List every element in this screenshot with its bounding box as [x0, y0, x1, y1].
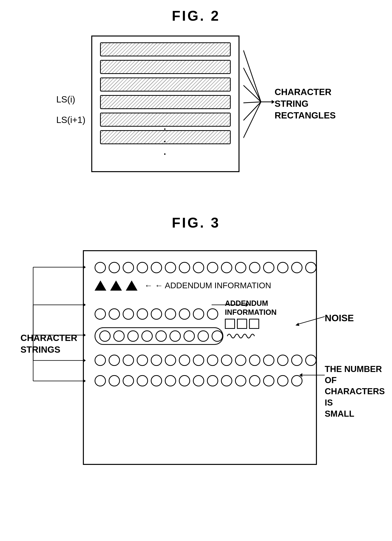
- circle: [151, 308, 162, 320]
- svg-line-1: [243, 68, 261, 102]
- svg-marker-7: [272, 100, 275, 104]
- fig2-right-area: CHARACTER STRING RECTANGLES: [243, 36, 336, 172]
- fig3-row1: [95, 262, 316, 273]
- circle: [263, 262, 275, 273]
- svg-line-4: [243, 102, 261, 120]
- char-count-arrow-svg: [299, 367, 327, 383]
- circle: [221, 262, 232, 273]
- stripe-row-1: [100, 42, 231, 56]
- fig2-left-labels: LS(i) LS(i+1): [56, 82, 85, 125]
- circle: [151, 375, 162, 386]
- noise-squiggle: [225, 328, 264, 344]
- circle: [235, 375, 246, 386]
- circle: [109, 262, 120, 273]
- circle: [137, 375, 148, 386]
- fig3-section: FIG. 3 CHARACTER STRINGS: [0, 215, 392, 465]
- circle: [277, 355, 288, 366]
- circle: [137, 308, 148, 320]
- stripe-row-4: [100, 95, 231, 109]
- circle: [123, 375, 134, 386]
- fig2-diagram: LS(i) LS(i+1) ···: [56, 36, 336, 172]
- circle: [179, 262, 190, 273]
- fig2-label-lsi: LS(i): [56, 94, 85, 105]
- circle: [137, 355, 148, 366]
- circle: [113, 330, 125, 342]
- fig3-row4: [95, 327, 264, 345]
- circle: [249, 375, 260, 386]
- circle: [207, 262, 218, 273]
- circle: [291, 355, 302, 366]
- circle: [137, 262, 148, 273]
- fig2-arrows-svg: [243, 36, 275, 172]
- fig2-section: FIG. 2 LS(i) LS(i+1) ···: [0, 8, 392, 172]
- fig3-title: FIG. 3: [172, 215, 220, 231]
- circle: [95, 262, 106, 273]
- svg-marker-10: [83, 265, 86, 269]
- noise-arrow-svg: [290, 307, 329, 330]
- fig3-row2: ← ← ADDENDUM INFORMATION: [95, 281, 271, 291]
- triangle-3: [126, 281, 137, 291]
- circle: [141, 330, 153, 342]
- svg-line-22: [297, 317, 325, 324]
- char-count-label: THE NUMBER OF CHARACTERS IS SMALL: [325, 363, 385, 419]
- circle: [151, 262, 162, 273]
- svg-line-5: [243, 102, 261, 138]
- circle: [165, 375, 176, 386]
- circle: [127, 330, 139, 342]
- fig3-row5: [95, 355, 316, 366]
- circle: [95, 375, 106, 386]
- addendum-info-label-row2: ← ← ADDENDUM INFORMATION: [144, 281, 271, 290]
- circle: [193, 308, 204, 320]
- circle: [183, 330, 195, 342]
- fig2-label-lsi1: LS(i+1): [56, 114, 85, 125]
- circle: [193, 375, 204, 386]
- fig2-box: ···: [91, 36, 239, 172]
- circle: [305, 262, 316, 273]
- fig3-diagram: CHARACTER STRINGS: [20, 250, 372, 465]
- circle: [165, 355, 176, 366]
- circle: [277, 375, 288, 386]
- svg-marker-15: [83, 333, 86, 337]
- svg-marker-27: [246, 303, 249, 307]
- fig3-row6: [95, 375, 302, 386]
- circle: [291, 262, 302, 273]
- circle: [169, 330, 181, 342]
- svg-marker-21: [83, 379, 86, 383]
- svg-marker-13: [83, 303, 86, 307]
- svg-marker-18: [83, 359, 86, 362]
- oval-row: [95, 327, 223, 345]
- svg-line-3: [243, 102, 261, 103]
- circle: [221, 375, 232, 386]
- circle: [151, 355, 162, 366]
- circle: [235, 262, 246, 273]
- circle: [123, 308, 134, 320]
- circle: [123, 262, 134, 273]
- circle: [95, 355, 106, 366]
- svg-marker-23: [295, 323, 299, 326]
- circle: [109, 375, 120, 386]
- circle: [305, 355, 316, 366]
- circle: [207, 375, 218, 386]
- triangle-2: [110, 281, 122, 291]
- circle: [249, 262, 260, 273]
- circle: [109, 308, 120, 320]
- fig2-title: FIG. 2: [172, 8, 220, 24]
- circle: [179, 308, 190, 320]
- circle: [123, 355, 134, 366]
- stripe-row-3: [100, 78, 231, 92]
- circle: [249, 355, 260, 366]
- circle: [263, 375, 275, 386]
- fig3-row3: ADDENDUM INFORMATION: [95, 299, 277, 329]
- addendum-noise-arrow-svg: [210, 297, 249, 313]
- circle: [277, 262, 288, 273]
- circle: [235, 355, 246, 366]
- fig3-left-arrows-svg: [27, 251, 84, 407]
- circle: [263, 355, 275, 366]
- circle: [179, 375, 190, 386]
- circle: [155, 330, 167, 342]
- circle: [207, 355, 218, 366]
- svg-marker-25: [299, 373, 302, 377]
- circle: [99, 330, 111, 342]
- stripe-row-2: [100, 60, 231, 74]
- fig3-box: ← ← ADDENDUM INFORMATION ADDENDUM INFORM…: [83, 250, 317, 465]
